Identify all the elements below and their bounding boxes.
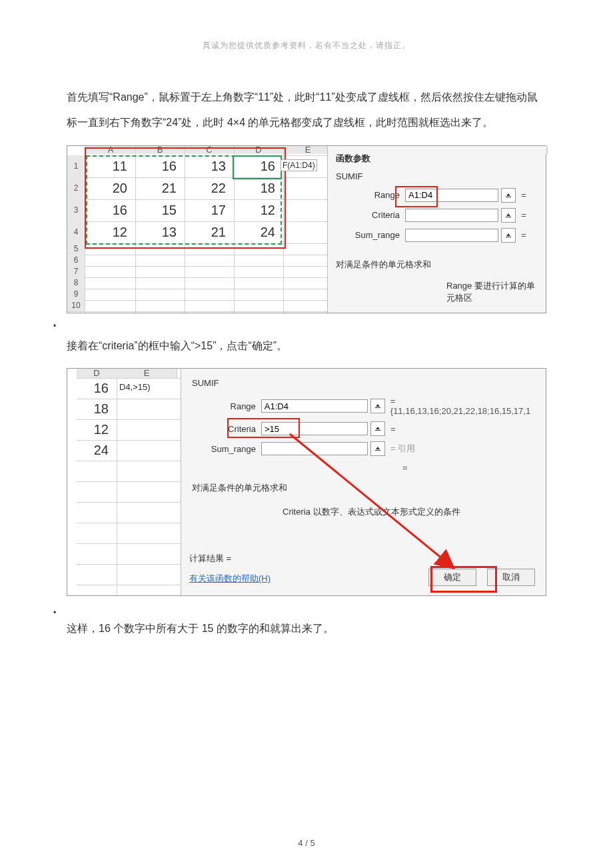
svg-rect-4 — [375, 430, 380, 431]
bullet-icon: • — [53, 321, 56, 331]
criteria-label: Criteria — [333, 210, 405, 220]
row-header: 10 — [67, 300, 85, 312]
eq-sign: = — [521, 210, 526, 220]
dialog-note-2: Criteria 以数字、表达式或文本形式定义的条件 — [283, 506, 538, 518]
svg-rect-3 — [375, 407, 380, 408]
dialog-section: SUMIF — [192, 378, 538, 388]
paragraph-1: 首先填写“Range”，鼠标置于左上角数字“11”处，此时“11”处变成了虚线框… — [67, 85, 546, 136]
svg-rect-0 — [506, 197, 511, 197]
row-header: 2 — [67, 177, 85, 200]
sumrange-label: Sum_range — [189, 444, 261, 454]
figure-2: D E 16181224 D4,>15) SUMIF Range = {11,1… — [67, 368, 546, 596]
collapse-icon[interactable] — [370, 421, 385, 436]
sumrange-label: Sum_range — [333, 230, 405, 240]
eq-blank: = — [402, 463, 538, 473]
calc-result-label: 计算结果 = — [189, 553, 231, 565]
collapse-icon[interactable] — [370, 441, 385, 456]
figure-1: ABCDEFGHIJ 12345678910 11161316202122181… — [67, 145, 546, 313]
svg-rect-5 — [375, 450, 380, 451]
paragraph-2: 接着在“criteria”的框中输入“>15”，点击“确定”。 — [67, 333, 546, 359]
row-header: 3 — [67, 199, 85, 222]
collapse-icon[interactable] — [370, 399, 385, 413]
row-header: 6 — [67, 255, 85, 267]
dialog-note-2: Range 要进行计算的单元格区 — [446, 280, 540, 304]
row-header: 4 — [67, 221, 85, 244]
criteria-input[interactable] — [405, 209, 498, 222]
col-header: D — [77, 369, 117, 378]
help-link[interactable]: 有关该函数的帮助(H) — [189, 573, 271, 585]
row-header: 5 — [67, 243, 85, 255]
page-number: 4 / 5 — [0, 838, 613, 848]
col-header: E — [283, 146, 333, 154]
eq-sign: = — [521, 190, 526, 200]
sumrange-result: = 引用 — [390, 443, 415, 455]
row-header: 9 — [67, 289, 85, 301]
row-header: 1 — [67, 155, 85, 178]
active-cell — [233, 155, 282, 179]
sumrange-input[interactable] — [261, 442, 368, 455]
svg-rect-2 — [506, 237, 511, 237]
row-header: 8 — [67, 277, 85, 289]
range-input[interactable] — [261, 399, 368, 413]
function-args-dialog: 函数参数 SUMIF Range = Criteria = Sum_range … — [327, 146, 546, 313]
collapse-icon[interactable] — [501, 188, 516, 203]
header-note: 真诚为您提供优质参考资料，若有不当之处，请指正。 — [67, 40, 546, 51]
collapse-icon[interactable] — [501, 208, 516, 223]
annotation-ok-rect — [430, 566, 497, 593]
annotation-range-rect — [395, 186, 438, 207]
dialog-section: SUMIF — [336, 171, 540, 181]
dialog-note-1: 对满足条件的单元格求和 — [192, 482, 538, 494]
dialog-note-1: 对满足条件的单元格求和 — [336, 259, 540, 271]
formula-overlay: F(A1:D4) — [281, 159, 317, 171]
collapse-icon[interactable] — [501, 228, 516, 243]
paragraph-3: 这样，16 个数字中所有大于 15 的数字的和就算出来了。 — [67, 616, 546, 641]
annotation-criteria-rect — [227, 418, 300, 438]
eq-sign: = — [521, 230, 526, 240]
mini-sheet: D E 16181224 D4,>15) — [67, 369, 181, 595]
sumrange-input[interactable] — [405, 229, 498, 242]
range-result: = {11,16,13,16;20,21,22,18;16,15,17,1 — [390, 396, 538, 416]
row-header: 7 — [67, 266, 85, 278]
range-label: Range — [189, 401, 261, 411]
col-header: E — [117, 369, 177, 378]
criteria-result: = — [390, 424, 396, 434]
dialog-title: 函数参数 — [336, 153, 540, 165]
svg-rect-1 — [506, 217, 511, 217]
function-args-dialog: SUMIF Range = {11,16,13,16;20,21,22,18;1… — [181, 369, 546, 595]
range-label: Range — [333, 190, 405, 200]
bullet-icon: • — [53, 608, 56, 617]
